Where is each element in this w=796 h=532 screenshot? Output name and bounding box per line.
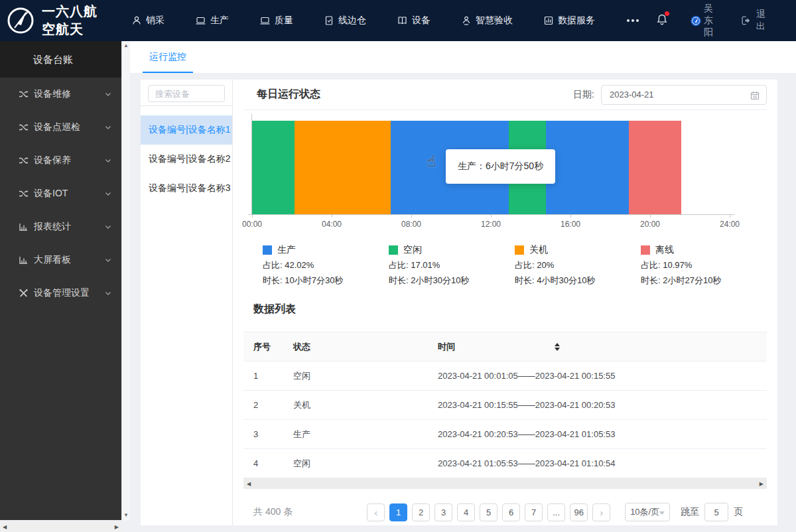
page-number-button[interactable]: 4 xyxy=(457,503,475,521)
sidebar-horizontal-scrollbar[interactable]: ◀ ▶ xyxy=(0,521,121,532)
device-list-item[interactable]: 设备编号|设备名称3 xyxy=(141,174,232,203)
chart-tooltip: 生产：6小时7分50秒 xyxy=(446,149,555,184)
sidebar-item-device-settings[interactable]: 设备管理设置 xyxy=(0,277,121,310)
table-horizontal-scrollbar[interactable]: ◀ ▶ xyxy=(243,478,767,489)
page-number-button[interactable]: 3 xyxy=(434,503,452,521)
tick-label: 12:00 xyxy=(481,220,501,229)
duration-label: 时长: xyxy=(389,275,409,285)
status-segment[interactable] xyxy=(629,121,681,214)
jump-page-input[interactable] xyxy=(704,503,728,521)
nav-item-quality[interactable]: 质量 xyxy=(259,15,293,27)
legend-item: 生产 占比: 42.02% 时长: 10小时7分30秒 xyxy=(263,244,389,287)
brand-name: 一六八航空航天 xyxy=(42,3,110,38)
scroll-up-arrow-icon[interactable]: ▲ xyxy=(123,43,129,48)
hand-cursor-icon: ☝ xyxy=(427,154,436,169)
table-row: 1 空闲 2023-04-21 00:01:05——2023-04-21 00:… xyxy=(243,362,767,391)
user-menu[interactable]: 吴东阳 xyxy=(691,3,720,38)
column-header-index: 序号 xyxy=(243,332,293,362)
sidebar-vertical-scrollbar[interactable]: ▲ ▼ xyxy=(121,41,130,520)
page-size-select[interactable]: 10条/页 xyxy=(625,503,670,521)
tick-mark xyxy=(252,215,253,218)
logout-label: 退出 xyxy=(756,9,769,33)
date-picker[interactable]: 2023-04-21 xyxy=(601,85,767,105)
page-number-button[interactable]: 1 xyxy=(389,503,407,521)
sidebar-item-device-iot[interactable]: 设备IOT xyxy=(0,177,121,210)
scroll-left-arrow-icon[interactable]: ◀ xyxy=(247,481,251,487)
panel-title: 每日运行状态 xyxy=(257,88,320,101)
sidebar-item-report-statistics[interactable]: 报表统计 xyxy=(0,210,121,243)
date-control: 日期: 2023-04-21 xyxy=(573,85,767,105)
chevron-down-icon xyxy=(104,157,112,165)
page-number-button[interactable]: 5 xyxy=(480,503,498,521)
date-label: 日期: xyxy=(573,89,594,101)
sidebar-item-device-inspection[interactable]: 设备点巡检 xyxy=(0,111,121,144)
page-number-button[interactable]: 6 xyxy=(502,503,520,521)
tick-mark xyxy=(411,215,412,218)
page-number-button[interactable]: 7 xyxy=(525,503,543,521)
tab-running-monitor[interactable]: 运行监控 xyxy=(143,41,193,73)
scroll-right-arrow-icon[interactable]: ▶ xyxy=(115,524,119,530)
nav-item-equipment[interactable]: 设备 xyxy=(397,15,431,27)
more-menu-icon[interactable] xyxy=(627,19,639,22)
sidebar: 设备台账 设备维修 设备点巡检 设备保养 设备IOT xyxy=(0,41,121,520)
legend-name: 关机 xyxy=(529,244,548,256)
cell-index: 4 xyxy=(243,449,293,478)
device-list-item[interactable]: 设备编号|设备名称1 xyxy=(141,115,232,145)
nav-item-data-service[interactable]: 数据服务 xyxy=(543,15,595,27)
sidebar-item-device-maintenance[interactable]: 设备保养 xyxy=(0,144,121,177)
nav-label: 生产 xyxy=(210,15,229,27)
sidebar-item-dashboard[interactable]: 大屏看板 xyxy=(0,243,121,277)
page-number-button[interactable]: 96 xyxy=(570,503,588,521)
nav-item-production[interactable]: 生产 xyxy=(195,15,229,27)
data-table: 序号 状态 时间 1 空闲 2023-04-21 00:01:05——2023-… xyxy=(243,332,767,478)
search-input[interactable] xyxy=(148,85,225,102)
nav-item-line-warehouse[interactable]: 线边仓 xyxy=(324,15,366,27)
table-row: 4 空闲 2023-04-21 01:05:53——2023-04-21 01:… xyxy=(243,449,767,478)
scroll-left-arrow-icon[interactable]: ◀ xyxy=(3,524,7,530)
page-number-button[interactable]: 2 xyxy=(412,503,430,521)
tick-label: 08:00 xyxy=(401,220,421,229)
status-segment[interactable] xyxy=(295,121,391,214)
search-box xyxy=(141,80,232,106)
notification-bell[interactable] xyxy=(656,13,668,29)
scroll-right-arrow-icon[interactable]: ▶ xyxy=(760,481,763,487)
device-label: 设备编号|设备名称2 xyxy=(149,153,230,165)
legend-item: 关机 占比: 20% 时长: 4小时30分10秒 xyxy=(515,244,641,287)
device-panel: 设备编号|设备名称1 设备编号|设备名称2 设备编号|设备名称3 xyxy=(141,80,233,525)
sidebar-item-device-ledger[interactable]: 设备台账 xyxy=(0,41,121,78)
device-list-item[interactable]: 设备编号|设备名称2 xyxy=(141,145,232,174)
histogram-icon xyxy=(543,15,554,26)
cell-status: 空闲 xyxy=(293,449,438,478)
duration-value: 10小时7分30秒 xyxy=(285,275,343,285)
page-size-value: 10条/页 xyxy=(630,506,659,518)
next-page-button[interactable]: › xyxy=(592,503,610,521)
legend-item: 空闲 占比: 17.01% 时长: 2小时30分10秒 xyxy=(389,244,515,287)
prev-page-button[interactable]: ‹ xyxy=(367,503,385,521)
nav-item-smart-acceptance[interactable]: 智慧验收 xyxy=(461,15,513,27)
cell-index: 1 xyxy=(243,362,293,391)
y-axis-line xyxy=(251,114,252,215)
panel-header: 每日运行状态 日期: 2023-04-21 xyxy=(243,80,767,110)
status-segment[interactable] xyxy=(252,121,295,214)
status-segment[interactable] xyxy=(546,121,629,214)
cell-status: 空闲 xyxy=(293,362,438,391)
tick-mark xyxy=(332,215,332,218)
person-icon xyxy=(131,15,142,26)
pagination: 共 400 条 ‹ 1 2 3 4 5 6 xyxy=(243,503,767,521)
cell-time: 2023-04-21 01:05:53——2023-04-21 01:10:54 xyxy=(438,449,767,478)
sort-icon[interactable] xyxy=(555,343,560,351)
shuffle-icon xyxy=(18,122,29,133)
legend-name: 空闲 xyxy=(403,244,422,256)
scroll-down-arrow-icon[interactable]: ▼ xyxy=(123,513,129,518)
sidebar-header-label: 设备台账 xyxy=(33,54,73,65)
tick-label: 04:00 xyxy=(322,220,342,229)
nav-item-purchase[interactable]: 销采 xyxy=(131,15,165,27)
chevron-down-icon xyxy=(104,289,112,297)
sidebar-item-device-repair[interactable]: 设备维修 xyxy=(0,78,121,111)
person-badge-icon xyxy=(461,15,472,26)
tick-mark xyxy=(650,215,651,218)
page-number-button[interactable]: ... xyxy=(547,503,565,521)
chart-legend: 生产 占比: 42.02% 时长: 10小时7分30秒 空闲 xyxy=(263,244,767,287)
book-icon xyxy=(397,15,408,26)
logout-button[interactable]: 退出 xyxy=(740,9,769,33)
